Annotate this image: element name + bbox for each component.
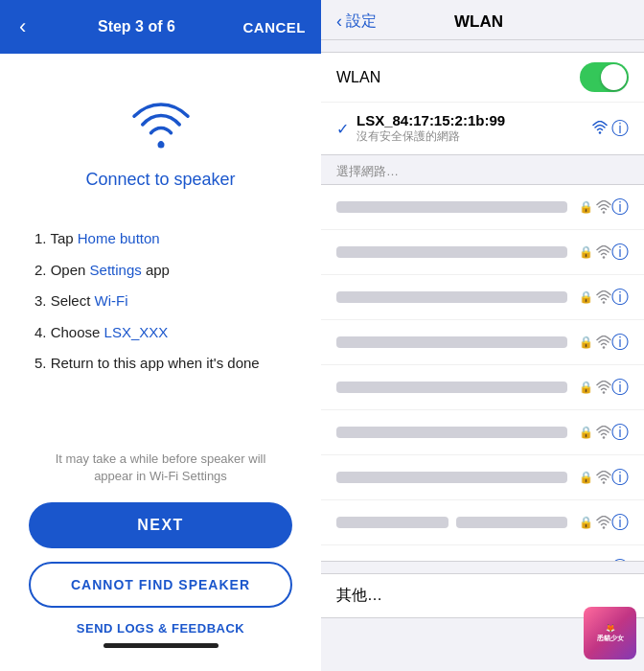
instruction-3: 3. Select Wi-Fi <box>34 290 287 312</box>
wifi-icon <box>596 245 611 259</box>
list-item[interactable]: 🔒 ⓘ <box>321 545 644 562</box>
settings-back-label: 設定 <box>346 12 377 32</box>
connect-label: Connect to speaker <box>85 170 235 190</box>
wlan-toggle[interactable] <box>580 62 629 92</box>
network-info-button[interactable]: ⓘ <box>611 376 629 399</box>
instruction-2: 2. Open Settings app <box>34 260 287 282</box>
network-info-button[interactable]: ⓘ <box>611 511 629 534</box>
step-title: Step 3 of 6 <box>30 18 242 35</box>
lock-icon: 🔒 <box>579 516 593 529</box>
wifi-icon <box>596 200 611 214</box>
wifi-icon <box>596 426 611 439</box>
list-item[interactable]: 🔒 ⓘ <box>321 455 644 500</box>
cancel-button[interactable]: CANCEL <box>243 19 307 35</box>
wifi-icon <box>596 336 611 349</box>
svg-point-0 <box>157 142 164 149</box>
svg-point-8 <box>603 481 606 484</box>
svg-point-7 <box>603 436 606 439</box>
connected-network-sub: 沒有安全保護的網路 <box>356 128 592 145</box>
lock-icon: 🔒 <box>579 471 593 484</box>
instruction-1: 1. Tap Home button <box>34 228 287 250</box>
network-info-button[interactable]: ⓘ <box>611 331 629 354</box>
wlan-section: WLAN ✓ LSX_84:17:15:2:1b:99 沒有安全保護的網路 ⓘ <box>321 52 644 155</box>
network-name-blurred <box>336 201 567 213</box>
network-info-button[interactable]: ⓘ <box>611 286 629 309</box>
network-info-button[interactable]: ⓘ <box>611 241 629 264</box>
svg-point-2 <box>603 211 606 214</box>
other-networks-label: 其他… <box>336 587 382 603</box>
send-logs-button[interactable]: SEND LOGS & FEEDBACK <box>77 621 244 636</box>
hint-text: It may take a while before speaker will … <box>29 451 292 485</box>
svg-point-6 <box>603 391 606 394</box>
wifi-large-icon <box>127 102 195 154</box>
svg-point-9 <box>603 526 606 529</box>
connected-network-name: LSX_84:17:15:2:1b:99 <box>356 112 592 128</box>
back-button[interactable]: ‹ <box>15 11 30 43</box>
lock-icon: 🔒 <box>579 381 593 394</box>
list-item[interactable]: 🔒 ⓘ <box>321 365 644 410</box>
list-item[interactable]: 🔒 ⓘ <box>321 275 644 320</box>
wifi-signal-icon <box>592 121 608 137</box>
svg-point-4 <box>603 301 606 304</box>
connected-network-info: LSX_84:17:15:2:1b:99 沒有安全保護的網路 <box>356 112 592 145</box>
connected-network-row: ✓ LSX_84:17:15:2:1b:99 沒有安全保護的網路 ⓘ <box>321 103 644 154</box>
network-name-blurred <box>336 246 567 258</box>
settings-back-link[interactable]: ‹ 設定 <box>336 12 377 32</box>
lock-icon: 🔒 <box>579 336 593 349</box>
svg-point-3 <box>603 256 606 259</box>
home-indicator <box>104 643 218 648</box>
svg-point-1 <box>599 131 602 134</box>
network-info-button[interactable]: ⓘ <box>611 196 629 219</box>
wifi-icon <box>596 290 611 304</box>
wifi-icon-area <box>127 102 195 158</box>
instructions: 1. Tap Home button 2. Open Settings app … <box>0 228 321 384</box>
connected-network-info-button[interactable]: ⓘ <box>611 117 629 140</box>
network-name-extra <box>456 517 568 528</box>
list-item[interactable]: 🔒 ⓘ <box>321 410 644 455</box>
cannot-find-button[interactable]: CANNOT FIND SPEAKER <box>29 562 292 608</box>
left-panel: ‹ Step 3 of 6 CANCEL Connect to speaker … <box>0 0 321 671</box>
wifi-icon <box>596 561 611 562</box>
network-info-button[interactable]: ⓘ <box>611 556 629 562</box>
wlan-toggle-row: WLAN <box>321 53 644 103</box>
wlan-toggle-label: WLAN <box>336 69 580 86</box>
wifi-icon <box>596 381 611 394</box>
choose-network-label: 選擇網路… <box>321 155 644 184</box>
right-panel: ‹ 設定 WLAN WLAN ✓ LSX_84:17:15:2:1b:99 沒有… <box>321 0 644 671</box>
lock-icon: 🔒 <box>579 200 593 214</box>
list-item[interactable]: 🔒 ⓘ <box>321 500 644 545</box>
left-header: ‹ Step 3 of 6 CANCEL <box>0 0 321 54</box>
lock-icon: 🔒 <box>579 426 593 439</box>
instruction-5: 5. Return to this app when it's done <box>34 353 287 375</box>
network-name-blurred <box>336 382 567 393</box>
wlan-page-title: WLAN <box>377 12 629 32</box>
chevron-left-icon: ‹ <box>336 12 342 32</box>
wifi-icon <box>596 471 611 484</box>
network-name-blurred <box>336 336 567 348</box>
connected-network-icons: ⓘ <box>592 117 629 140</box>
checkmark-icon: ✓ <box>336 120 349 138</box>
lock-icon: 🔒 <box>579 290 593 304</box>
watermark: 🦊 悉貓少女 <box>584 607 636 659</box>
network-info-button[interactable]: ⓘ <box>611 466 629 489</box>
instruction-4: 4. Choose LSX_XXX <box>34 322 287 344</box>
lock-icon: 🔒 <box>579 561 593 562</box>
list-item[interactable]: 🔒 ⓘ <box>321 230 644 275</box>
list-item[interactable]: 🔒 ⓘ <box>321 185 644 230</box>
bottom-section: It may take a while before speaker will … <box>0 451 321 671</box>
network-name-blurred <box>336 517 448 528</box>
network-name-blurred <box>336 291 567 303</box>
network-name-blurred <box>336 427 567 438</box>
wifi-icon <box>596 516 611 529</box>
networks-list: 🔒 ⓘ 🔒 ⓘ 🔒 ⓘ 🔒 ⓘ 🔒 ⓘ <box>321 184 644 562</box>
network-info-button[interactable]: ⓘ <box>611 421 629 444</box>
right-header: ‹ 設定 WLAN <box>321 0 644 40</box>
next-button[interactable]: NEXT <box>29 502 292 548</box>
svg-point-5 <box>603 346 606 349</box>
list-item[interactable]: 🔒 ⓘ <box>321 320 644 365</box>
network-name-blurred <box>336 472 567 483</box>
lock-icon: 🔒 <box>579 245 593 259</box>
